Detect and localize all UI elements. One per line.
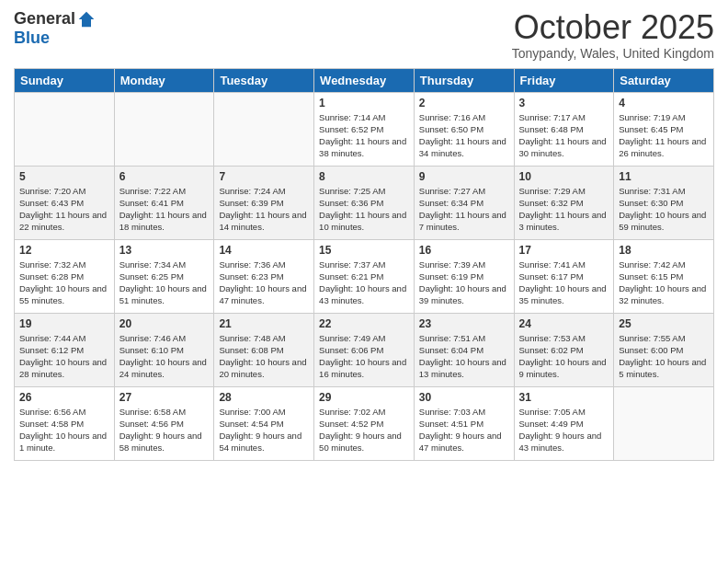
day-info: Sunrise: 7:41 AM Sunset: 6:17 PM Dayligh…	[519, 259, 609, 307]
table-row: 1Sunrise: 7:14 AM Sunset: 6:52 PM Daylig…	[314, 92, 415, 166]
day-number: 11	[619, 170, 709, 183]
logo-blue: Blue	[14, 29, 50, 48]
day-number: 18	[619, 244, 709, 257]
calendar-week-row: 19Sunrise: 7:44 AM Sunset: 6:12 PM Dayli…	[15, 313, 714, 386]
table-row	[114, 92, 214, 166]
day-number: 23	[419, 317, 509, 330]
day-number: 10	[519, 170, 609, 183]
day-info: Sunrise: 7:37 AM Sunset: 6:21 PM Dayligh…	[319, 259, 409, 307]
day-number: 13	[119, 244, 210, 257]
day-number: 21	[219, 317, 309, 330]
day-info: Sunrise: 7:44 AM Sunset: 6:12 PM Dayligh…	[19, 332, 109, 381]
day-number: 4	[619, 97, 709, 109]
day-number: 28	[219, 391, 309, 404]
table-row: 2Sunrise: 7:16 AM Sunset: 6:50 PM Daylig…	[414, 92, 514, 166]
month-title: October 2025	[512, 9, 714, 46]
col-friday: Friday	[514, 68, 614, 92]
day-info: Sunrise: 7:22 AM Sunset: 6:41 PM Dayligh…	[119, 185, 210, 234]
day-number: 8	[319, 170, 409, 183]
day-info: Sunrise: 7:51 AM Sunset: 6:04 PM Dayligh…	[419, 332, 509, 381]
day-info: Sunrise: 7:16 AM Sunset: 6:50 PM Dayligh…	[419, 111, 509, 160]
calendar-week-row: 1Sunrise: 7:14 AM Sunset: 6:52 PM Daylig…	[15, 92, 714, 166]
table-row: 31Sunrise: 7:05 AM Sunset: 4:49 PM Dayli…	[514, 386, 614, 460]
table-row: 16Sunrise: 7:39 AM Sunset: 6:19 PM Dayli…	[414, 239, 514, 313]
location: Tonypandy, Wales, United Kingdom	[512, 46, 714, 61]
table-row: 22Sunrise: 7:49 AM Sunset: 6:06 PM Dayli…	[314, 313, 415, 386]
day-info: Sunrise: 7:31 AM Sunset: 6:30 PM Dayligh…	[619, 185, 709, 234]
table-row: 19Sunrise: 7:44 AM Sunset: 6:12 PM Dayli…	[15, 313, 115, 386]
day-number: 24	[519, 317, 609, 330]
table-row: 24Sunrise: 7:53 AM Sunset: 6:02 PM Dayli…	[514, 313, 614, 386]
day-info: Sunrise: 7:17 AM Sunset: 6:48 PM Dayligh…	[519, 111, 609, 160]
table-row: 9Sunrise: 7:27 AM Sunset: 6:34 PM Daylig…	[414, 166, 514, 239]
logo-icon	[77, 10, 96, 29]
day-info: Sunrise: 7:19 AM Sunset: 6:45 PM Dayligh…	[619, 111, 709, 160]
table-row: 30Sunrise: 7:03 AM Sunset: 4:51 PM Dayli…	[414, 386, 514, 460]
day-info: Sunrise: 6:58 AM Sunset: 4:56 PM Dayligh…	[119, 406, 210, 454]
table-row: 28Sunrise: 7:00 AM Sunset: 4:54 PM Dayli…	[214, 386, 314, 460]
day-number: 9	[419, 170, 509, 183]
day-info: Sunrise: 6:56 AM Sunset: 4:58 PM Dayligh…	[19, 406, 109, 454]
col-saturday: Saturday	[614, 68, 714, 92]
day-info: Sunrise: 7:48 AM Sunset: 6:08 PM Dayligh…	[219, 332, 309, 381]
day-number: 25	[619, 317, 709, 330]
day-number: 16	[419, 244, 509, 257]
table-row: 23Sunrise: 7:51 AM Sunset: 6:04 PM Dayli…	[414, 313, 514, 386]
day-number: 2	[419, 97, 509, 109]
day-info: Sunrise: 7:24 AM Sunset: 6:39 PM Dayligh…	[219, 185, 309, 234]
day-info: Sunrise: 7:14 AM Sunset: 6:52 PM Dayligh…	[319, 111, 409, 160]
day-number: 31	[519, 391, 609, 404]
day-info: Sunrise: 7:27 AM Sunset: 6:34 PM Dayligh…	[419, 185, 509, 234]
day-info: Sunrise: 7:36 AM Sunset: 6:23 PM Dayligh…	[219, 259, 309, 307]
page: General Blue October 2025 Tonypandy, Wal…	[0, 0, 728, 563]
day-number: 3	[519, 97, 609, 109]
table-row: 4Sunrise: 7:19 AM Sunset: 6:45 PM Daylig…	[614, 92, 714, 166]
col-monday: Monday	[114, 68, 214, 92]
calendar-table: Sunday Monday Tuesday Wednesday Thursday…	[14, 68, 714, 461]
day-number: 1	[319, 97, 409, 109]
table-row: 17Sunrise: 7:41 AM Sunset: 6:17 PM Dayli…	[514, 239, 614, 313]
table-row: 13Sunrise: 7:34 AM Sunset: 6:25 PM Dayli…	[114, 239, 214, 313]
table-row: 25Sunrise: 7:55 AM Sunset: 6:00 PM Dayli…	[614, 313, 714, 386]
table-row: 26Sunrise: 6:56 AM Sunset: 4:58 PM Dayli…	[15, 386, 115, 460]
logo: General Blue	[14, 9, 96, 48]
day-number: 19	[19, 317, 109, 330]
table-row: 7Sunrise: 7:24 AM Sunset: 6:39 PM Daylig…	[214, 166, 314, 239]
day-number: 12	[19, 244, 109, 257]
day-info: Sunrise: 7:53 AM Sunset: 6:02 PM Dayligh…	[519, 332, 609, 381]
day-number: 17	[519, 244, 609, 257]
day-info: Sunrise: 7:05 AM Sunset: 4:49 PM Dayligh…	[519, 406, 609, 454]
logo-general: General	[14, 9, 75, 29]
day-number: 5	[19, 170, 109, 183]
day-number: 22	[319, 317, 409, 330]
table-row: 27Sunrise: 6:58 AM Sunset: 4:56 PM Dayli…	[114, 386, 214, 460]
header: General Blue October 2025 Tonypandy, Wal…	[14, 9, 714, 61]
day-info: Sunrise: 7:32 AM Sunset: 6:28 PM Dayligh…	[19, 259, 109, 307]
day-info: Sunrise: 7:39 AM Sunset: 6:19 PM Dayligh…	[419, 259, 509, 307]
day-info: Sunrise: 7:42 AM Sunset: 6:15 PM Dayligh…	[619, 259, 709, 307]
table-row: 10Sunrise: 7:29 AM Sunset: 6:32 PM Dayli…	[514, 166, 614, 239]
title-block: October 2025 Tonypandy, Wales, United Ki…	[512, 9, 714, 61]
day-number: 14	[219, 244, 309, 257]
table-row: 18Sunrise: 7:42 AM Sunset: 6:15 PM Dayli…	[614, 239, 714, 313]
table-row	[214, 92, 314, 166]
col-thursday: Thursday	[414, 68, 514, 92]
day-info: Sunrise: 7:49 AM Sunset: 6:06 PM Dayligh…	[319, 332, 409, 381]
table-row: 8Sunrise: 7:25 AM Sunset: 6:36 PM Daylig…	[314, 166, 415, 239]
calendar-header-row: Sunday Monday Tuesday Wednesday Thursday…	[15, 68, 714, 92]
table-row: 12Sunrise: 7:32 AM Sunset: 6:28 PM Dayli…	[15, 239, 115, 313]
day-info: Sunrise: 7:29 AM Sunset: 6:32 PM Dayligh…	[519, 185, 609, 234]
table-row: 6Sunrise: 7:22 AM Sunset: 6:41 PM Daylig…	[114, 166, 214, 239]
col-wednesday: Wednesday	[314, 68, 415, 92]
day-number: 30	[419, 391, 509, 404]
table-row: 29Sunrise: 7:02 AM Sunset: 4:52 PM Dayli…	[314, 386, 415, 460]
table-row: 15Sunrise: 7:37 AM Sunset: 6:21 PM Dayli…	[314, 239, 415, 313]
col-tuesday: Tuesday	[214, 68, 314, 92]
calendar-week-row: 12Sunrise: 7:32 AM Sunset: 6:28 PM Dayli…	[15, 239, 714, 313]
day-info: Sunrise: 7:34 AM Sunset: 6:25 PM Dayligh…	[119, 259, 210, 307]
day-info: Sunrise: 7:55 AM Sunset: 6:00 PM Dayligh…	[619, 332, 709, 381]
table-row: 11Sunrise: 7:31 AM Sunset: 6:30 PM Dayli…	[614, 166, 714, 239]
day-info: Sunrise: 7:03 AM Sunset: 4:51 PM Dayligh…	[419, 406, 509, 454]
logo-text: General	[14, 9, 96, 29]
col-sunday: Sunday	[15, 68, 115, 92]
